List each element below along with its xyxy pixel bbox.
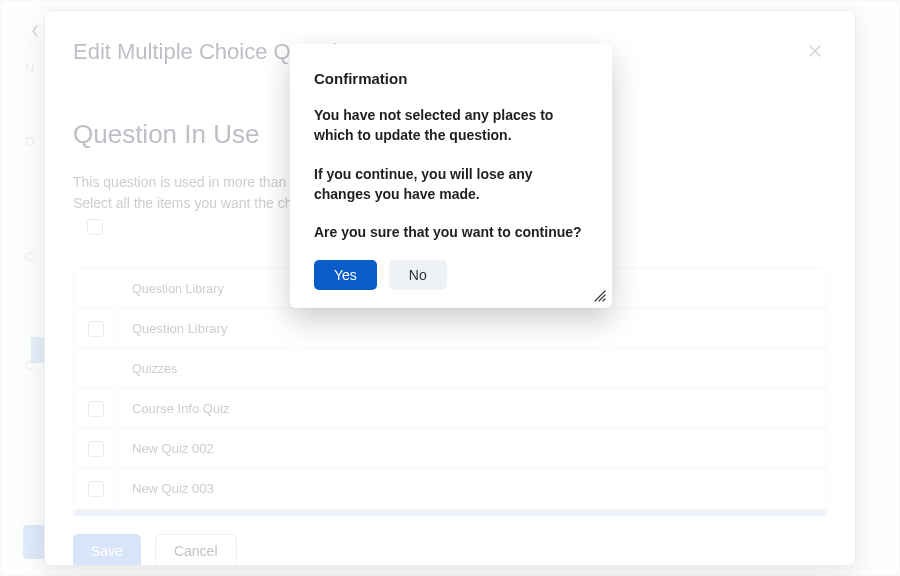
table-row: Course Info Quiz — [74, 389, 826, 429]
table-row: New Quiz 002 — [74, 429, 826, 469]
table-row: Question Library — [74, 309, 826, 349]
select-all-checkbox[interactable] — [87, 219, 103, 235]
close-icon[interactable] — [803, 39, 827, 63]
row-label: New Quiz 002 — [118, 431, 826, 466]
group-header-quizzes: Quizzes — [74, 349, 826, 389]
horizontal-scrollbar[interactable] — [73, 510, 827, 516]
row-checkbox[interactable] — [88, 441, 104, 457]
row-checkbox[interactable] — [88, 481, 104, 497]
confirmation-dialog: Confirmation You have not selected any p… — [290, 44, 612, 308]
row-label: Question Library — [118, 311, 826, 346]
cancel-button[interactable]: Cancel — [155, 534, 237, 566]
save-button[interactable]: Save — [73, 534, 141, 566]
row-label: Course Info Quiz — [118, 391, 826, 426]
no-button[interactable]: No — [389, 260, 447, 290]
dialog-title: Confirmation — [314, 70, 588, 87]
group-label: Quizzes — [118, 352, 826, 386]
row-checkbox[interactable] — [88, 401, 104, 417]
row-label: New Quiz 003 — [118, 471, 826, 506]
dialog-text: If you continue, you will lose any chang… — [314, 164, 588, 205]
dialog-text: You have not selected any places to whic… — [314, 105, 588, 146]
yes-button[interactable]: Yes — [314, 260, 377, 290]
dialog-text: Are you sure that you want to continue? — [314, 222, 588, 242]
row-checkbox[interactable] — [88, 321, 104, 337]
table-row: New Quiz 003 — [74, 469, 826, 509]
dialog-body: You have not selected any places to whic… — [314, 105, 588, 242]
resize-grip-icon[interactable] — [592, 288, 606, 302]
